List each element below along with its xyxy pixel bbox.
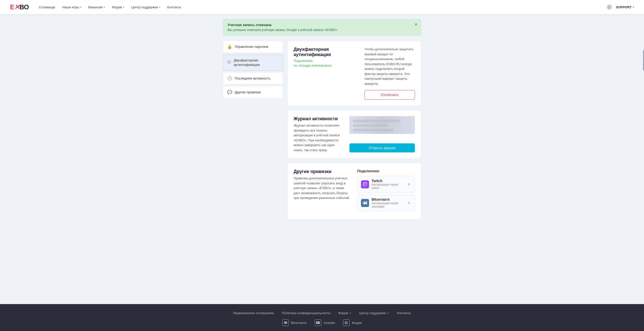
logo[interactable]: E✕BO [10, 3, 29, 11]
other-bindings-card: Другие привязки Привязка дополнительных … [287, 163, 421, 220]
sidebar-item-2fa[interactable]: 🛡 Двухфакторная аутентификация [223, 54, 283, 71]
blur-line-3 [353, 129, 394, 131]
vk-info: ВКонтакте Авторизация через vkontakte [372, 197, 404, 209]
vk-sub: Авторизация через vkontakte [372, 201, 404, 209]
social-forum[interactable]: Форум [343, 319, 362, 326]
support-button[interactable]: SUPPORT ▾ [616, 5, 634, 9]
right-content: Двухфакторная аутентификация Подключена … [287, 40, 421, 220]
footer-links: Лицензионное соглашение Политика конфиде… [10, 311, 634, 315]
notification-close-button[interactable]: × [415, 22, 417, 27]
twitch-sub: Авторизация через twitch [372, 183, 404, 190]
activity-right: Открыть журнал [349, 116, 415, 152]
header-right: SUPPORT ▾ [607, 5, 634, 10]
nav-item-games[interactable]: Наши игры ▾ [62, 5, 81, 9]
two-factor-text: Двухфакторная аутентификация Подключена … [294, 47, 358, 100]
footer-link-forum[interactable]: Форум ↗ [338, 311, 351, 315]
chevron-up-icon: ↗ [387, 312, 389, 314]
activity-title: Журнал активности [294, 116, 343, 121]
notification-title: Учетная запись отвязана [228, 23, 416, 27]
nav-item-vacancies[interactable]: Вакансии ▾ [88, 5, 105, 9]
footer-link-license[interactable]: Лицензионное соглашение [233, 311, 274, 315]
bindings-section-title: Подключено [357, 169, 415, 173]
activity-log-card: Журнал активности Журнал активности позв… [287, 110, 421, 159]
chevron-down-icon: ▾ [633, 6, 634, 9]
blur-line-1 [353, 120, 400, 122]
shield-icon: 🛡 [227, 60, 231, 65]
activity-description: Журнал активности позволяет проверить вс… [294, 123, 343, 152]
vk-social-icon [282, 319, 289, 326]
vk-disconnect-button[interactable]: × [407, 200, 411, 206]
nav-item-support[interactable]: Центр поддержки ▾ [131, 5, 160, 9]
activity-preview [349, 116, 415, 134]
footer: Лицензионное соглашение Политика конфиде… [0, 304, 644, 331]
vk-icon [361, 199, 369, 207]
nav-item-about[interactable]: О команде [39, 5, 55, 9]
lock-icon: 🔒 [227, 44, 232, 49]
content-layout: 🔒 Управление паролем 🛡 Двухфакторная аут… [223, 40, 421, 220]
chevron-down-icon: ▾ [80, 6, 81, 9]
main-nav: О команде Наши игры ▾ Вакансии ▾ Форум ▾… [39, 5, 607, 9]
social-youtube[interactable]: Youtube [315, 319, 335, 326]
sidebar-item-activity[interactable]: 🕐 Последняя активность [223, 72, 283, 85]
footer-link-support[interactable]: Центр поддержки ↗ [359, 311, 389, 315]
disable-2fa-button[interactable]: Отключить [365, 90, 415, 100]
bindings-text: Другие привязки Привязка дополнительных … [294, 169, 351, 213]
open-log-button[interactable]: Открыть журнал [349, 143, 415, 152]
svg-rect-4 [346, 322, 348, 324]
twitch-disconnect-button[interactable]: × [407, 181, 411, 188]
bindings-title: Другие привязки [294, 169, 351, 174]
footer-link-privacy[interactable]: Политика конфиденциальности [282, 311, 330, 315]
scrollbar[interactable] [643, 50, 644, 70]
clock-icon: 🕐 [227, 76, 232, 81]
twitch-icon [361, 180, 369, 188]
nav-item-forum[interactable]: Форум ▾ [112, 5, 124, 9]
header: E✕BO О команде Наши игры ▾ Вакансии ▾ Фо… [0, 0, 644, 14]
vk-binding: ВКонтакте Авторизация через vkontakte × [357, 195, 415, 211]
two-factor-action: Чтобы дополнительно защитить игровой акк… [365, 47, 415, 100]
chevron-up-icon: ↗ [349, 312, 351, 314]
twitch-name: Twitch [372, 179, 404, 183]
vk-name: ВКонтакте [372, 197, 404, 201]
twitch-info: Twitch Авторизация через twitch [372, 179, 404, 190]
main-content: Учетная запись отвязана Вы успешно отвяз… [219, 14, 425, 304]
nav-item-contacts[interactable]: Контакты [167, 5, 181, 9]
sidebar: 🔒 Управление паролем 🛡 Двухфакторная аут… [223, 40, 283, 220]
activity-action: Открыть журнал [349, 143, 415, 152]
chat-icon: 💬 [227, 90, 232, 95]
two-factor-title: Двухфакторная аутентификация [294, 47, 358, 57]
two-factor-card: Двухфакторная аутентификация Подключена … [287, 40, 421, 106]
chevron-down-icon: ▾ [159, 6, 160, 9]
social-vk[interactable]: ВКонтакте [282, 319, 307, 326]
sidebar-item-bindings[interactable]: 💬 Другие привязки [223, 86, 283, 98]
youtube-social-icon [315, 319, 321, 326]
notification-text: Вы успешно отвязали учётную запись Googl… [228, 28, 416, 32]
language-selector[interactable] [607, 5, 612, 10]
activity-text: Журнал активности Журнал активности позв… [294, 116, 343, 152]
footer-link-contacts[interactable]: Контакты [397, 311, 411, 315]
two-factor-method: по «Google Authenticator» [294, 64, 358, 67]
notification-banner: Учетная запись отвязана Вы успешно отвяз… [223, 19, 421, 35]
twitch-binding: Twitch Авторизация через twitch × [357, 176, 415, 193]
bindings-description: Привязка дополнительных учётных записей … [294, 176, 351, 200]
sidebar-item-password[interactable]: 🔒 Управление паролем [223, 40, 283, 53]
blur-line-2 [353, 124, 388, 127]
two-factor-description: Чтобы дополнительно защитить игровой акк… [365, 47, 415, 86]
footer-socials: ВКонтакте Youtube Форум [10, 319, 634, 326]
bindings-list: Подключено Twitch Авторизация через twit… [357, 169, 415, 213]
two-factor-status: Подключена [294, 59, 358, 63]
forum-social-icon [343, 319, 350, 326]
chevron-down-icon: ▾ [104, 6, 105, 9]
chevron-down-icon: ▾ [123, 6, 124, 9]
